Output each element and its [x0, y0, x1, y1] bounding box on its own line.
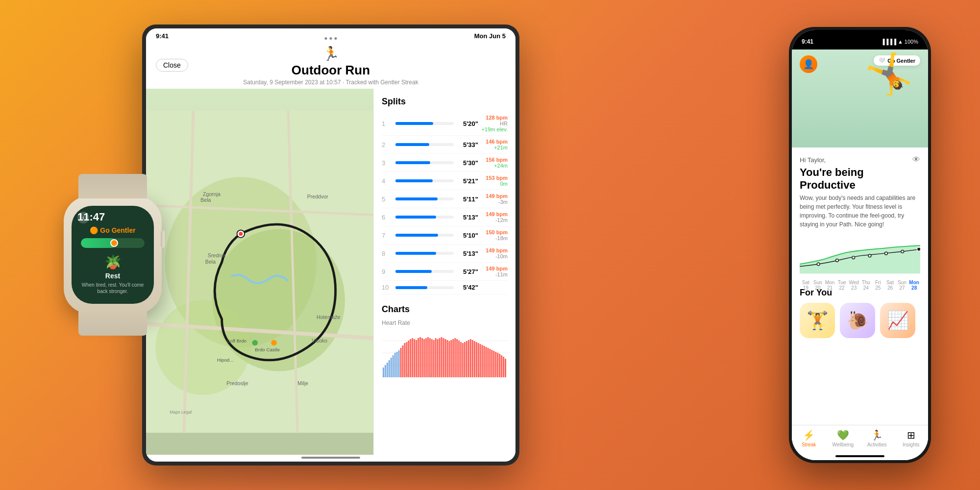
svg-text:Preddvor: Preddvor [307, 194, 329, 199]
workout-card-icon: 🏋️ [807, 310, 829, 331]
day-sun-27: Sun27 [896, 280, 908, 291]
svg-point-11 [271, 340, 277, 346]
svg-rect-86 [495, 352, 496, 377]
ipad-body: Zgornja Bela Preddvor Srednja Bela Golf … [146, 89, 515, 455]
split-row-7: 7 5'10" 150 bpm -18m [382, 226, 508, 245]
watch-back-button[interactable]: ‹ [77, 212, 89, 223]
svg-text:Maps Legal: Maps Legal [170, 410, 192, 415]
svg-point-101 [885, 252, 888, 255]
svg-rect-78 [480, 344, 481, 377]
watch-band-top [78, 174, 147, 198]
wifi-icon: ▲ [898, 39, 903, 45]
wellbeing-tab-icon: 💚 [837, 429, 849, 441]
svg-rect-31 [389, 360, 390, 377]
svg-rect-40 [406, 342, 407, 377]
watch-screen: ‹ 11:47 🟠 Go Gentler 🪴 Rest When tired, … [72, 206, 154, 304]
svg-rect-42 [410, 339, 411, 377]
wellness-card[interactable]: 🐌 [840, 303, 875, 338]
svg-rect-60 [445, 339, 446, 377]
tab-insights[interactable]: ⊞ Insights [894, 429, 929, 447]
svg-rect-34 [394, 353, 396, 377]
close-button[interactable]: Close [156, 59, 188, 72]
insights-tab-label: Insights [903, 442, 919, 447]
svg-point-100 [868, 254, 871, 257]
svg-rect-55 [435, 338, 437, 377]
svg-rect-84 [491, 350, 492, 377]
svg-text:Hipod...: Hipod... [217, 357, 233, 363]
eye-icon[interactable]: 👁 [912, 155, 920, 164]
svg-text:3: 3 [406, 373, 408, 377]
watch-app-icon: 🟠 [90, 226, 98, 234]
streak-tab-icon: ⚡ [803, 429, 815, 441]
splits-title: Splits [382, 97, 508, 107]
svg-point-99 [852, 256, 855, 259]
activity-card-icon: 📈 [887, 310, 909, 331]
svg-point-10 [252, 340, 258, 346]
dynamic-island [838, 34, 882, 48]
watch-activity-icon: 🪴 [104, 254, 122, 270]
workout-subtitle: Saturday, 9 September 2023 at 10:57 · Tr… [156, 79, 506, 86]
svg-rect-37 [400, 348, 402, 377]
svg-text:Srednja: Srednja [208, 253, 226, 259]
activity-chart-section: Sat19 Sun20 Mon21 Tue22 Wed23 Thu24 Fri2… [792, 233, 928, 282]
svg-point-97 [817, 263, 820, 266]
svg-rect-79 [482, 345, 483, 377]
day-thu-24: Thu24 [860, 280, 872, 291]
svg-text:5: 5 [430, 373, 432, 377]
svg-text:Predoslje: Predoslje [226, 381, 248, 387]
svg-rect-80 [484, 346, 485, 377]
svg-rect-73 [470, 339, 471, 377]
svg-rect-35 [396, 352, 398, 377]
iphone-status-right: ▐▐▐▐ ▲ 100% [881, 39, 918, 45]
svg-point-102 [901, 250, 904, 253]
svg-rect-56 [437, 339, 439, 377]
svg-text:Hotemaže: Hotemaže [317, 314, 341, 320]
iphone-content: Hi Taylor, 👁 You're being Productive Wow… [792, 147, 928, 460]
ipad-status-bar: 9:41 Mon Jun 5 [146, 28, 515, 42]
ipad-device: 9:41 Mon Jun 5 Close 🏃 Outdoor Run Satur… [142, 24, 519, 466]
ipad-home-indicator [301, 457, 360, 459]
charts-title: Charts [382, 304, 508, 315]
svg-rect-75 [474, 341, 475, 377]
svg-rect-72 [468, 340, 469, 377]
day-sat-26: Sat26 [884, 280, 896, 291]
svg-rect-61 [446, 340, 448, 377]
svg-rect-82 [487, 348, 489, 377]
svg-text:7: 7 [454, 373, 456, 377]
svg-rect-36 [398, 350, 400, 377]
day-wed-23: Wed23 [848, 280, 860, 291]
workout-card[interactable]: 🏋️ [800, 303, 835, 338]
svg-rect-68 [460, 342, 462, 377]
svg-text:Brdo Castle: Brdo Castle [255, 347, 279, 352]
svg-text:Zgornja: Zgornja [203, 191, 220, 197]
day-tue-22: Tue22 [836, 280, 848, 291]
apple-watch: ‹ 11:47 🟠 Go Gentler 🪴 Rest When tired, … [59, 196, 167, 328]
svg-rect-30 [387, 363, 388, 377]
iphone-device: 9:41 ▐▐▐▐ ▲ 100% 👤 🤍 Go Gentler 🤸 Hi Tay… [789, 27, 931, 463]
svg-rect-50 [425, 338, 427, 377]
svg-rect-71 [466, 341, 467, 377]
svg-rect-47 [419, 337, 421, 377]
tab-wellbeing[interactable]: 💚 Wellbeing [826, 429, 860, 447]
day-mon-21: Mon21 [824, 280, 836, 291]
greeting-row: Hi Taylor, 👁 [800, 155, 920, 164]
day-labels: Sat19 Sun20 Mon21 Tue22 Wed23 Thu24 Fri2… [800, 279, 920, 292]
svg-text:Visoko: Visoko [312, 338, 327, 344]
ipad-time: 9:41 [156, 32, 169, 40]
iphone-screen: 9:41 ▐▐▐▐ ▲ 100% 👤 🤍 Go Gentler 🤸 Hi Tay… [792, 30, 928, 460]
tab-streak[interactable]: ⚡ Streak [792, 429, 826, 447]
map-area: Zgornja Bela Preddvor Srednja Bela Golf … [146, 89, 373, 455]
charts-section: Charts Heart Rate [374, 298, 515, 455]
streak-tab-label: Streak [802, 442, 816, 447]
svg-rect-81 [486, 347, 487, 377]
home-indicator-bar [835, 455, 884, 457]
activity-card[interactable]: 📈 [880, 303, 915, 338]
svg-text:Bela: Bela [205, 259, 216, 265]
user-avatar: 👤 [800, 55, 817, 73]
iphone-home-indicator [792, 453, 928, 460]
split-row-3: 3 5'30" 156 bpm +24m [382, 154, 508, 172]
svg-rect-91 [505, 359, 506, 377]
day-sun-20: Sun20 [812, 280, 824, 291]
iphone-time: 9:41 [802, 38, 813, 45]
tab-activities[interactable]: 🏃 Activities [860, 429, 894, 447]
